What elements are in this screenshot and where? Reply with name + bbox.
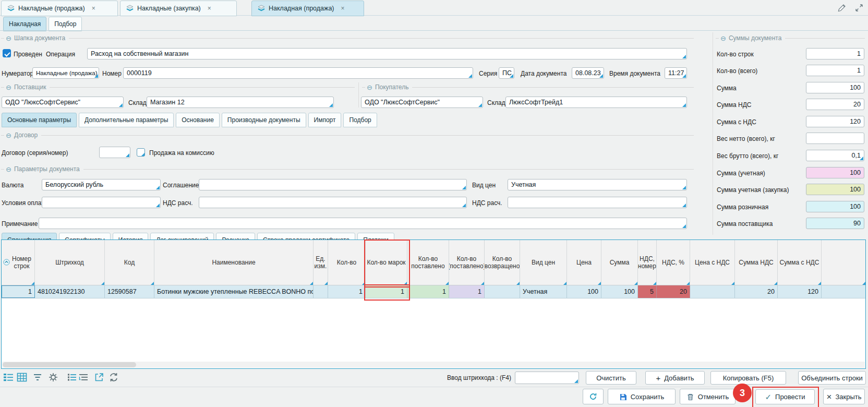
col-header-name[interactable]: Наименование: [154, 240, 314, 285]
resize-window-icon[interactable]: [854, 3, 865, 14]
copy-button[interactable]: Копировать (F5): [710, 371, 786, 385]
col-header-vat-number[interactable]: НДС, номер: [638, 240, 657, 285]
col-header-qty[interactable]: Кол-во: [328, 240, 366, 285]
close-icon[interactable]: ×: [341, 5, 345, 12]
list-view-icon[interactable]: [3, 372, 14, 382]
col-header-vat-percent[interactable]: НДС, %: [657, 240, 690, 285]
col-header-price-type[interactable]: Вид цен: [520, 240, 567, 285]
contract-number-field[interactable]: [99, 147, 130, 158]
close-icon[interactable]: ×: [92, 5, 95, 12]
tab-main-params[interactable]: Основные параметры: [2, 113, 77, 127]
tab-extra-params[interactable]: Дополнительные параметры: [79, 113, 174, 127]
cell-code[interactable]: 12590587: [105, 285, 154, 298]
gear-icon[interactable]: [48, 372, 58, 382]
vat-calc1-field[interactable]: [199, 197, 467, 208]
col-header-amount-with-vat[interactable]: Сумма с НДС: [778, 240, 822, 285]
tab-nakladnaya[interactable]: Накладная: [3, 17, 46, 31]
cell-price[interactable]: 100: [567, 285, 601, 298]
col-header-code[interactable]: Код: [105, 240, 154, 285]
buyer-field[interactable]: ОДО "ЛюксСофтСервис": [361, 97, 483, 108]
buyer-warehouse-field[interactable]: ЛюксСофтТрейд1: [505, 97, 687, 108]
window-tab-sales-invoice-active[interactable]: Накладная (продажа) ×: [251, 1, 364, 16]
number-field[interactable]: 0000119: [123, 67, 473, 79]
cell-unit[interactable]: [314, 285, 328, 298]
col-header-price-with-vat[interactable]: Цена с НДС: [690, 240, 735, 285]
edit-pencil-icon[interactable]: [837, 3, 847, 13]
table-grid-icon[interactable]: [17, 372, 27, 382]
numbered-list-icon[interactable]: [67, 372, 77, 382]
collapse-icon[interactable]: ⊖: [367, 84, 372, 91]
cell-vat-percent[interactable]: 20: [657, 285, 690, 298]
col-header-price[interactable]: Цена: [567, 240, 601, 285]
date-field[interactable]: 08.08.23: [572, 67, 604, 79]
currency-field[interactable]: Белорусский рубль: [42, 179, 161, 190]
cell-amount-with-vat[interactable]: 120: [778, 285, 822, 298]
agreement-field[interactable]: [199, 179, 467, 190]
post-button[interactable]: ✓ Провести: [755, 389, 815, 404]
save-button[interactable]: Сохранить: [608, 389, 676, 404]
col-header-delivered-qty2[interactable]: Кол-во (поставлено): [449, 240, 485, 285]
sum-rowcount-field[interactable]: 1: [806, 48, 864, 59]
window-tab-purchase-invoices[interactable]: Накладные (закупка) ×: [120, 1, 237, 16]
series-field[interactable]: ПС: [499, 67, 514, 79]
col-header-amount[interactable]: Сумма: [601, 240, 638, 285]
weight-gross-field[interactable]: 0,1: [806, 150, 864, 161]
tab-derived-docs[interactable]: Производные документы: [222, 113, 306, 127]
collapse-icon[interactable]: ⊖: [6, 166, 11, 173]
price-type-field[interactable]: Учетная: [508, 179, 687, 190]
col-header-barcode[interactable]: Штрихкод: [35, 240, 105, 285]
tab-import[interactable]: Импорт: [308, 113, 342, 127]
sum-retail-field[interactable]: 100: [806, 201, 864, 212]
tab-podbor2[interactable]: Подбор: [343, 113, 377, 127]
collapse-icon[interactable]: ⊖: [720, 35, 726, 42]
col-header-row-number[interactable]: Номер строк: [2, 240, 35, 285]
group-rows-icon[interactable]: [78, 372, 89, 382]
time-field[interactable]: 11:27: [665, 67, 687, 79]
refresh-button[interactable]: [583, 389, 604, 404]
col-header-delivered-qty[interactable]: Кол-во поставлено: [407, 240, 449, 285]
cell-delivered-qty2[interactable]: 1: [449, 285, 485, 298]
close-button[interactable]: × Закрыть: [823, 389, 865, 404]
note-field[interactable]: [39, 218, 687, 229]
sum-qty-total-field[interactable]: 1: [806, 65, 864, 76]
clear-button[interactable]: Очистить: [586, 371, 636, 385]
cell-row-number[interactable]: 1: [2, 285, 35, 298]
scrollbar-thumb[interactable]: [3, 362, 136, 367]
add-button[interactable]: + Добавить: [645, 371, 705, 385]
window-tab-sales-invoices[interactable]: Накладные (продажа) ×: [1, 1, 118, 16]
vat-calc2-field[interactable]: [508, 197, 687, 208]
col-header-returned-qty[interactable]: Кол-во (возвращено): [485, 240, 520, 285]
cell-qty[interactable]: 1: [328, 285, 366, 298]
collapse-icon[interactable]: ⊖: [6, 132, 11, 139]
commission-checkbox[interactable]: [137, 148, 145, 157]
sum-uchetnaya-zakupka-field[interactable]: 100: [806, 184, 864, 195]
col-header-unit[interactable]: Ед. изм.: [314, 240, 328, 285]
filter-icon[interactable]: [32, 372, 43, 382]
cell-delivered-qty[interactable]: 1: [407, 285, 449, 298]
cell-amount[interactable]: 100: [601, 285, 638, 298]
payment-terms-field[interactable]: [42, 197, 161, 208]
barcode-input[interactable]: [515, 372, 579, 384]
cell-price-with-vat[interactable]: [690, 285, 735, 298]
sum-supplier-field[interactable]: 90: [806, 218, 864, 229]
cell-vat-amount[interactable]: 20: [735, 285, 778, 298]
col-header-stamps-qty[interactable]: Кол-во марок: [366, 240, 407, 285]
cell-stamps-qty[interactable]: 1: [366, 285, 407, 298]
proveden-checkbox[interactable]: [3, 49, 11, 57]
cell-barcode[interactable]: 4810241922130: [35, 285, 105, 298]
collapse-icon[interactable]: ⊖: [6, 84, 11, 91]
collapse-icon[interactable]: ⊖: [6, 35, 11, 42]
sum-amount-field[interactable]: 100: [806, 82, 864, 93]
col-header-vat-amount[interactable]: Сумма НДС: [735, 240, 778, 285]
merge-rows-button[interactable]: Объединить строки: [798, 371, 866, 385]
table-horizontal-scrollbar[interactable]: [2, 362, 865, 368]
tab-osnovanie[interactable]: Основание: [176, 113, 220, 127]
tab-podbor[interactable]: Подбор: [49, 17, 82, 31]
external-link-icon[interactable]: [94, 372, 104, 382]
supplier-field[interactable]: ОДО "ЛюксСофтСервис": [2, 97, 124, 108]
cancel-button[interactable]: Отменить: [680, 389, 736, 404]
operation-field[interactable]: Расход на собственный магазин: [87, 48, 687, 59]
weight-net-field[interactable]: [806, 133, 864, 144]
supplier-warehouse-field[interactable]: Магазин 12: [147, 97, 334, 108]
sort-ascending-icon[interactable]: [3, 259, 10, 266]
